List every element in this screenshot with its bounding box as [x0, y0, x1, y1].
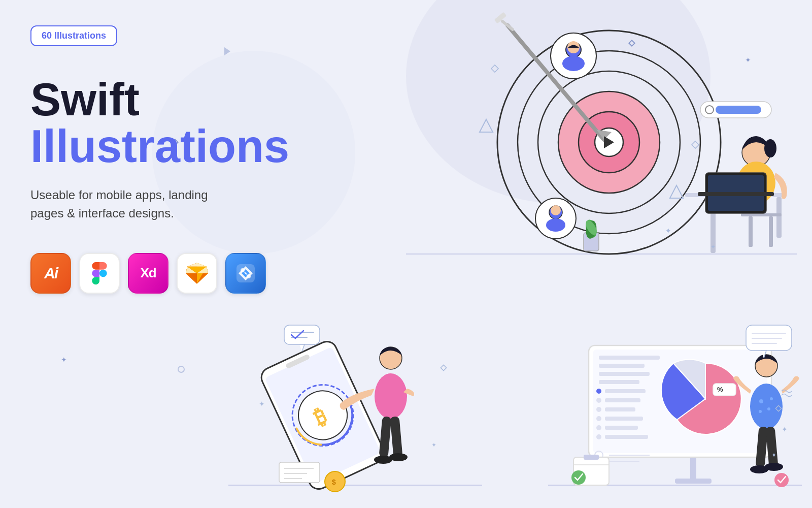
tool-icons-row: Ai Xd — [30, 253, 294, 294]
tool-icon-sketch — [177, 253, 217, 294]
svg-point-86 — [596, 389, 601, 394]
svg-rect-95 — [605, 426, 638, 430]
svg-marker-43 — [480, 119, 493, 132]
figma-icon — [88, 262, 111, 284]
bitcoin-svg: ₿ — [228, 305, 482, 498]
svg-rect-61 — [390, 416, 403, 457]
svg-rect-39 — [698, 192, 774, 196]
svg-rect-60 — [379, 416, 392, 457]
svg-rect-85 — [599, 380, 639, 384]
svg-point-110 — [759, 399, 763, 403]
tool-icon-figma — [79, 253, 120, 294]
title-swift: Swift — [30, 77, 294, 122]
svg-point-107 — [571, 470, 586, 485]
title-illustrations: Illustrations — [30, 122, 294, 171]
svg-rect-30 — [776, 197, 782, 238]
svg-rect-83 — [599, 364, 645, 368]
svg-text:✦: ✦ — [431, 441, 436, 449]
svg-point-90 — [596, 407, 601, 412]
svg-text:%: % — [717, 386, 723, 393]
svg-point-63 — [389, 453, 408, 461]
svg-point-111 — [767, 407, 770, 410]
svg-point-117 — [765, 463, 783, 471]
deco-star-1: ✦ — [61, 356, 67, 364]
svg-point-18 — [562, 56, 585, 71]
svg-text:✦: ✦ — [771, 452, 776, 459]
svg-rect-64 — [284, 325, 320, 344]
svg-rect-79 — [675, 479, 712, 484]
svg-point-1 — [241, 268, 245, 272]
svg-text:✦: ✦ — [665, 227, 671, 235]
svg-point-126 — [774, 473, 789, 487]
svg-rect-47 — [491, 65, 498, 72]
svg-rect-91 — [605, 407, 635, 411]
svg-rect-106 — [584, 455, 599, 460]
svg-point-96 — [596, 434, 601, 439]
svg-rect-93 — [605, 417, 643, 421]
deco-circle-1 — [178, 366, 185, 373]
svg-rect-84 — [599, 372, 650, 376]
svg-rect-32 — [749, 216, 753, 247]
svg-rect-42 — [716, 106, 761, 114]
illustration-analytics: % — [548, 305, 802, 498]
svg-point-112 — [759, 410, 762, 413]
svg-text:✦: ✦ — [710, 243, 716, 250]
svg-point-59 — [375, 373, 407, 419]
svg-rect-82 — [599, 356, 660, 360]
svg-rect-87 — [605, 389, 646, 393]
svg-rect-31 — [741, 213, 782, 216]
xd-label: Xd — [140, 265, 156, 281]
illustration-target: ✦ ✦ — [355, 0, 812, 269]
svg-point-94 — [596, 425, 601, 430]
tool-icon-ai: Ai — [30, 253, 71, 294]
svg-text:✦: ✦ — [782, 425, 788, 433]
analytics-svg: % — [548, 305, 802, 498]
svg-rect-78 — [690, 455, 696, 480]
svg-point-23 — [551, 205, 561, 215]
svg-rect-75 — [441, 365, 446, 370]
svg-rect-98 — [713, 384, 736, 396]
svg-rect-70 — [279, 462, 320, 483]
page-wrapper: × ✦ ✦ 60 Illustrations Swift Illustratio… — [0, 0, 812, 508]
svg-text:$: $ — [332, 478, 336, 486]
svg-point-22 — [546, 218, 565, 232]
svg-rect-97 — [605, 435, 648, 439]
tool-icon-craft — [225, 253, 266, 294]
craft-icon — [234, 262, 257, 284]
svg-rect-89 — [605, 398, 640, 402]
svg-rect-33 — [769, 216, 773, 247]
illustration-bitcoin: ₿ — [228, 305, 482, 498]
svg-rect-115 — [766, 426, 779, 467]
svg-point-88 — [596, 398, 601, 403]
svg-point-113 — [770, 397, 773, 400]
svg-point-35 — [764, 139, 776, 157]
sketch-icon — [186, 262, 208, 284]
tool-icon-xd: Xd — [128, 253, 168, 294]
badge-label: Illustrations — [54, 30, 106, 41]
subtitle-text: Useable for mobile apps, landing pages &… — [30, 186, 233, 223]
badge-count: 60 — [42, 30, 52, 41]
svg-text:✦: ✦ — [259, 400, 265, 408]
svg-point-92 — [596, 416, 601, 421]
target-svg: ✦ ✦ — [355, 0, 812, 269]
ai-label: Ai — [44, 265, 57, 282]
svg-point-2 — [247, 274, 251, 278]
left-panel: 60 Illustrations Swift Illustrations Use… — [30, 25, 294, 294]
illustrations-badge: 60 Illustrations — [30, 25, 117, 46]
